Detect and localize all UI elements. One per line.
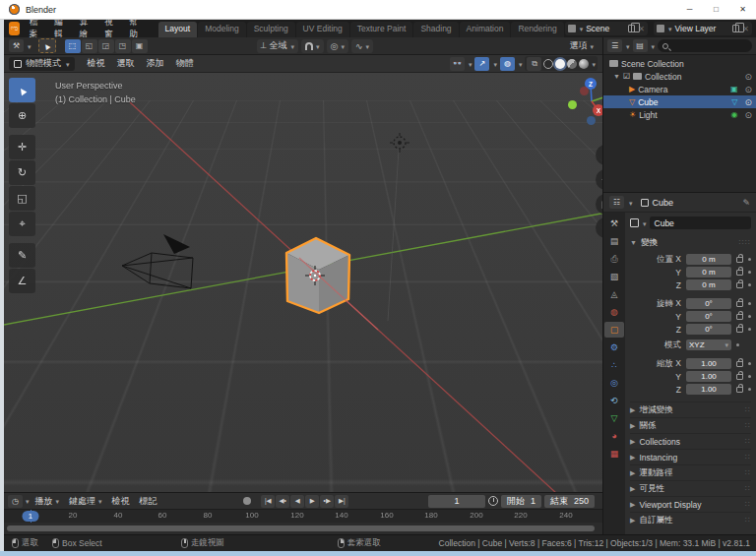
lock-icon[interactable] [736,374,743,380]
outliner-row-collection[interactable]: ▼ ☑ Collection ⊙ [603,70,756,83]
lock-icon[interactable] [736,282,743,288]
close-button[interactable]: ✕ [729,0,756,20]
panel-motion-paths[interactable]: ▶運動路徑∷ [630,464,751,480]
viewport-menu-select[interactable]: 選取 [112,57,140,70]
gizmo-y-neg-axis[interactable] [568,100,577,109]
timeline-menu-keying[interactable]: 鍵處理 [65,495,106,508]
editor-type-icon[interactable]: ⚒ [9,39,24,52]
animate-dot-icon[interactable] [748,271,751,274]
tab-tool[interactable]: ⚒ [604,216,624,231]
timeline-menu-playback[interactable]: 播放 [32,495,64,508]
panel-drag-handle[interactable]: ∷∷ [739,238,751,247]
play-button[interactable]: ▶ [305,495,319,508]
blender-menu-icon[interactable]: ಌ [9,22,20,35]
tab-animation[interactable]: Animation [460,22,511,37]
animate-dot-icon[interactable] [748,388,751,391]
minimize-button[interactable]: ─ [676,0,703,20]
outliner-display-mode-icon[interactable]: ☰ [607,39,622,52]
navigation-gizmo[interactable]: Z Y X [560,73,602,132]
tab-scene[interactable]: ◬ [604,286,624,302]
timeline-editor-icon[interactable]: ◷ [8,495,23,508]
location-x-input[interactable]: 0 m [686,254,731,265]
shading-solid-button[interactable] [555,59,565,69]
tab-uv-editing[interactable]: UV Editing [296,22,349,37]
lock-icon[interactable] [736,327,743,333]
visibility-dropdown[interactable]: 👓 [450,57,465,71]
maximize-button[interactable]: □ [703,0,729,20]
tab-constraints[interactable]: ⟲ [604,393,624,408]
lock-icon[interactable] [736,257,743,263]
viewport-menu-add[interactable]: 添加 [142,57,169,70]
snap-toggle[interactable] [301,39,324,53]
animate-dot-icon[interactable] [748,258,751,261]
timeline-scrollbar[interactable] [7,525,595,531]
tool-measure[interactable]: ∠ [9,269,35,293]
scale-y-input[interactable]: 1.00 [686,371,731,382]
animate-dot-icon[interactable] [748,362,751,365]
location-z-input[interactable]: 0 m [686,279,731,290]
panel-custom-properties[interactable]: ▶自訂屬性∷ [630,512,751,527]
eye-icon[interactable]: ⊙ [744,97,752,107]
rotation-mode-dropdown[interactable]: XYZ [686,340,731,350]
rotation-y-input[interactable]: 0° [686,311,731,322]
timeline-menu-view[interactable]: 檢視 [108,495,134,508]
current-frame-badge[interactable]: 1 [23,511,39,522]
select-mode-new-button[interactable]: ⬚ [65,39,81,53]
animate-dot-icon[interactable] [748,302,751,305]
start-frame-field[interactable]: 開始1 [501,495,541,508]
lock-icon[interactable] [736,301,743,307]
viewport-3d[interactable]: User Perspective (1) Collection | Cube ▲… [4,73,602,492]
select-mode-intersect-button[interactable]: ▣ [132,39,148,53]
gizmo-x-neg-axis[interactable] [580,87,589,95]
panel-instancing[interactable]: ▶Instancing∷ [630,449,751,464]
select-mode-subtract-button[interactable]: ◲ [98,39,114,53]
active-tool-button[interactable]: ▲ [38,38,56,53]
timeline-scrollbar-track[interactable] [4,523,602,534]
next-keyframe-button[interactable]: •▶ [320,495,334,508]
panel-relations[interactable]: ▶關係∷ [630,417,751,433]
tab-rendering[interactable]: Rendering [511,22,563,37]
viewport-menu-object[interactable]: 物體 [171,57,199,70]
object-mode-dropdown[interactable]: 物體模式 [9,57,75,71]
eye-icon[interactable]: ⊙ [744,85,752,94]
light-object[interactable] [388,133,410,321]
animate-dot-icon[interactable] [736,343,739,346]
tab-sculpting[interactable]: Sculpting [247,22,295,37]
tool-cursor[interactable]: ⊕ [9,103,35,128]
tab-material[interactable]: ◕ [604,428,624,444]
transform-orientation-dropdown[interactable]: ⟂ 全域 [257,39,299,53]
xray-toggle[interactable]: ⧉ [527,57,541,71]
shading-rendered-button[interactable] [579,59,589,69]
object-name-input[interactable]: Cube [650,216,751,229]
tool-rotate[interactable]: ↻ [9,160,35,185]
gizmos-toggle[interactable]: ↗ [474,57,489,71]
tool-annotate[interactable]: ✎ [9,243,35,268]
lock-icon[interactable] [736,314,743,320]
current-frame-field[interactable]: 1 [428,495,485,508]
timeline-menu-marker[interactable]: 標記 [136,495,161,508]
new-view-layer-icon[interactable] [732,25,739,32]
overlays-toggle[interactable]: ◍ [500,57,515,71]
tab-physics[interactable]: ◎ [604,375,624,391]
lock-icon[interactable] [736,270,743,276]
prev-keyframe-button[interactable]: ◀• [276,495,289,508]
tab-texture[interactable]: ▦ [604,446,624,462]
tab-object[interactable]: ▢ [604,322,624,338]
location-y-input[interactable]: 0 m [686,267,731,278]
scale-x-input[interactable]: 1.00 [686,358,731,369]
rotation-x-input[interactable]: 0° [686,298,731,309]
panel-visibility[interactable]: ▶可見性∷ [630,480,751,496]
tool-move[interactable]: ✛ [9,135,35,159]
tab-layout[interactable]: Layout [158,22,198,37]
tool-transform[interactable]: ⌖ [9,212,35,236]
select-mode-extend-button[interactable]: ◱ [82,39,97,53]
panel-viewport-display[interactable]: ▶Viewport Display∷ [630,496,751,512]
outliner-row-light[interactable]: ☀ Light ◉ ⊙ [603,108,756,121]
select-mode-invert-button[interactable]: ◳ [115,39,131,53]
eye-icon[interactable]: ⊙ [744,110,752,120]
outliner-search-input[interactable] [658,39,752,52]
tab-modifiers[interactable]: ⚙ [604,340,624,355]
proportional-edit-toggle[interactable]: ◎ [327,39,348,53]
gizmo-z-neg-axis[interactable] [587,116,596,125]
tab-view-layer[interactable]: ▧ [604,269,624,284]
